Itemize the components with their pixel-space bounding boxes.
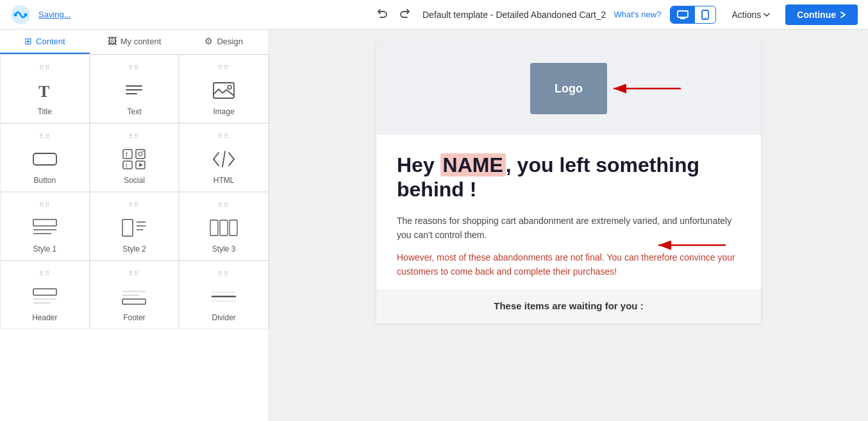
svg-point-18: [138, 152, 142, 156]
headline-text: Hey NAME, you left something behind !: [397, 153, 740, 202]
logo-section: Logo: [376, 42, 761, 135]
saving-status[interactable]: Saving...: [38, 10, 71, 19]
logo-box: Logo: [530, 63, 607, 114]
drag-handle: ⠿⠿: [128, 270, 140, 277]
my-content-tab-icon: 🖼: [108, 36, 117, 46]
content-tab-icon: ⊞: [24, 36, 32, 46]
text-icon: [122, 78, 146, 103]
drag-handle: ⠿⠿: [218, 270, 230, 277]
continue-button[interactable]: Continue: [785, 4, 858, 25]
svg-rect-15: [123, 150, 132, 159]
component-text[interactable]: ⠿⠿ Text: [90, 55, 179, 123]
tab-my-content[interactable]: 🖼 My content: [90, 30, 179, 54]
drag-handle: ⠿⠿: [218, 202, 230, 209]
drag-handle: ⠿⠿: [128, 202, 140, 209]
svg-marker-23: [139, 163, 143, 167]
main-layout: ⊞ Content 🖼 My content ⚙ Design ⠿⠿ T Tit…: [0, 30, 868, 421]
actions-button[interactable]: Actions: [725, 6, 776, 24]
topnav: Saving... Default template - Detailed Ab…: [0, 0, 868, 30]
svg-rect-17: [136, 150, 145, 159]
svg-rect-28: [122, 219, 133, 236]
svg-point-19: [142, 151, 144, 152]
divider-icon: [211, 284, 237, 309]
component-style1[interactable]: ⠿⠿ Style 1: [0, 192, 90, 261]
header-icon: [32, 284, 58, 309]
waiting-text: These items are waiting for you :: [494, 300, 643, 311]
undo-button[interactable]: [372, 4, 392, 24]
drag-handle: ⠿⠿: [39, 133, 51, 140]
component-grid: ⠿⠿ T Title ⠿⠿ Text: [0, 55, 269, 329]
tab-content[interactable]: ⊞ Content: [0, 30, 90, 54]
headline-prefix: Hey: [397, 153, 440, 176]
svg-point-7: [705, 17, 706, 19]
desktop-view-button[interactable]: [671, 6, 695, 23]
component-style3[interactable]: ⠿⠿ Style 3: [179, 192, 269, 261]
component-image[interactable]: ⠿⠿ Image: [179, 55, 269, 123]
design-tab-icon: ⚙: [204, 36, 213, 46]
button-icon: [32, 146, 58, 172]
drag-handle: ⠿⠿: [39, 202, 51, 209]
whats-new-link[interactable]: What's new?: [613, 10, 661, 19]
title-icon: T: [33, 78, 56, 103]
undo-redo-group: [372, 4, 415, 24]
component-divider[interactable]: ⠿⠿ Divider: [179, 261, 269, 329]
headline-section: Hey NAME, you left something behind !: [376, 135, 761, 209]
svg-text:f: f: [126, 151, 128, 159]
svg-rect-35: [33, 289, 56, 295]
mobile-view-button[interactable]: [695, 6, 715, 23]
headline-name-highlight: NAME: [440, 153, 506, 176]
component-button[interactable]: ⠿⠿ Button: [0, 123, 90, 192]
device-toggle: [670, 6, 716, 24]
arrow-logo-icon: [607, 76, 684, 101]
email-canvas: Logo Hey NAME, you left something behind…: [376, 42, 761, 323]
footer-icon: [121, 284, 147, 309]
style2-icon: [121, 215, 147, 241]
component-title[interactable]: ⠿⠿ T Title: [0, 55, 90, 123]
svg-rect-32: [210, 220, 218, 236]
svg-point-2: [24, 13, 28, 16]
arrow-body-icon: [652, 236, 729, 255]
component-footer[interactable]: ⠿⠿ Footer: [90, 261, 179, 329]
component-html[interactable]: ⠿⠿ HTML: [179, 123, 269, 192]
style1-icon: [32, 215, 58, 241]
component-header[interactable]: ⠿⠿ Header: [0, 261, 90, 329]
drag-handle: ⠿⠿: [218, 64, 230, 71]
svg-rect-40: [122, 299, 146, 304]
svg-point-13: [228, 85, 231, 89]
svg-rect-20: [123, 161, 132, 169]
drag-handle: ⠿⠿: [128, 64, 140, 71]
drag-handle: ⠿⠿: [128, 133, 140, 140]
svg-rect-34: [230, 220, 237, 236]
svg-text:t: t: [126, 162, 128, 169]
drag-handle: ⠿⠿: [39, 64, 51, 71]
sidebar-tabs: ⊞ Content 🖼 My content ⚙ Design: [0, 30, 269, 55]
style3-icon: [210, 215, 238, 241]
redo-button[interactable]: [396, 4, 415, 24]
body-section: The reasons for shopping cart abandonmen…: [376, 209, 761, 289]
editor-area: Logo Hey NAME, you left something behind…: [269, 30, 868, 421]
logo-text: Logo: [555, 82, 583, 96]
svg-rect-33: [220, 220, 228, 236]
app-logo-icon: [10, 4, 31, 25]
sidebar: ⊞ Content 🖼 My content ⚙ Design ⠿⠿ T Tit…: [0, 30, 269, 421]
image-icon: [212, 78, 235, 103]
svg-line-24: [222, 151, 225, 167]
svg-text:T: T: [38, 82, 49, 101]
topnav-right-actions: What's new? Actions Continue: [613, 4, 858, 25]
waiting-section: These items are waiting for you :: [376, 289, 761, 323]
social-icon: f t: [122, 146, 146, 172]
svg-rect-3: [678, 11, 688, 17]
drag-handle: ⠿⠿: [39, 270, 51, 277]
tab-design[interactable]: ⚙ Design: [179, 30, 269, 54]
svg-rect-14: [33, 153, 56, 165]
drag-handle: ⠿⠿: [218, 133, 230, 140]
component-style2[interactable]: ⠿⠿ Style 2: [90, 192, 179, 261]
template-title: Default template - Detailed Abandoned Ca…: [422, 10, 606, 20]
component-social[interactable]: ⠿⠿ f t: [90, 123, 179, 192]
svg-rect-25: [33, 219, 56, 226]
svg-point-1: [14, 13, 17, 16]
html-icon: [211, 146, 237, 172]
